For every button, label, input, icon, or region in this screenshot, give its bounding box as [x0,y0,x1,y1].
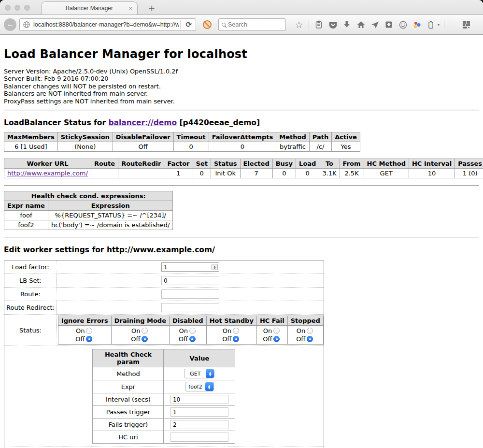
select-arrows-icon: ▲▼ [206,369,214,378]
zoom-window-button[interactable] [24,5,30,11]
method-select[interactable]: GET ▲▼ [184,369,214,378]
tab-balancer-manager[interactable]: Balancer Manager × [41,1,138,14]
save-to-device-icon[interactable] [384,19,394,30]
col-draining-mode: Draining Mode [111,316,169,326]
chevron-down-icon[interactable]: ▾ [438,23,440,27]
back-button[interactable]: ← [4,18,16,31]
window-controls [5,5,30,11]
downloads-icon[interactable] [341,19,352,30]
lb-set-label: LB Set: [4,274,57,288]
divider [4,237,479,238]
tab-groups-icon[interactable] [461,19,471,30]
heading-prefix: LoadBalancer Status for [4,118,106,127]
expr-row: foof2 hc('body') =~ /domain is establish… [4,220,173,230]
col-disablefailover: DisableFailover [113,132,173,142]
route-redirect-input[interactable] [161,303,219,312]
interval-input[interactable] [170,395,228,404]
col-stopped: Stopped [287,316,323,326]
table-header-row: MaxMembers StickySession DisableFailover… [4,132,360,142]
col-expr-name: Expr name [4,201,48,211]
col-ignore-errors: Ignore Errors [58,316,111,326]
bookmark-star-icon[interactable]: ☆ [294,19,304,30]
reload-button[interactable]: ⟳ [182,20,196,29]
method-label: Method [93,367,164,380]
hc-fail-off-radio[interactable] [273,336,280,342]
col-maxmembers: MaxMembers [4,132,58,142]
form-row-status: Status: Ignore Errors Draining Mode Disa… [4,315,324,346]
balancer-status-heading: LoadBalancer Status for balancer://demo … [4,118,479,127]
stopped-off-radio[interactable] [307,336,313,342]
load-factor-input[interactable] [161,262,219,272]
tab-title: Balancer Manager [66,5,113,12]
globe-icon [23,21,30,29]
form-row-route-redirect: Route Redirect: [4,301,324,315]
reading-list-icon[interactable] [313,19,324,30]
hc-expressions-title: Health check cond. expressions: [4,191,173,201]
form-row-route: Route: [4,288,324,301]
page-content: Load Balancer Manager for localhost Serv… [0,35,483,448]
route-input[interactable] [161,289,219,299]
disabled-off-radio[interactable] [189,336,196,342]
close-window-button[interactable] [5,5,11,11]
battery-icon[interactable] [426,19,436,30]
hot-standby-off-radio[interactable] [233,336,239,342]
toolbar-icons: ☆ [294,19,471,30]
col-value: Value [164,349,235,367]
colored-dots-extension-icon[interactable] [412,19,422,30]
select-arrows-icon: ▲▼ [205,382,213,391]
number-stepper[interactable]: ▲▼ [212,264,218,270]
page-title: Load Balancer Manager for localhost [4,35,479,61]
hc-uri-label: HC uri [93,431,164,444]
send-icon[interactable] [369,19,380,30]
server-info: Server Version: Apache/2.5.0-dev (Unix) … [4,68,479,105]
search-input[interactable] [228,21,276,28]
worker-url-link[interactable]: http://www.example.com/ [7,170,88,177]
url-bar[interactable]: ⟳ [19,18,196,31]
passes-trigger-input[interactable] [170,407,228,417]
divider [4,110,479,111]
form-row-load-factor: Load factor: ▲▼ [4,260,324,274]
minimize-window-button[interactable] [14,5,20,11]
server-version-line: Server Version: Apache/2.5.0-dev (Unix) … [4,68,479,75]
status-label: Status: [4,315,57,346]
fails-trigger-label: Fails trigger) [93,419,164,431]
fails-trigger-input[interactable] [170,420,228,429]
home-icon[interactable] [355,19,366,30]
feedback-smiley-icon[interactable] [398,19,408,30]
menu-icon[interactable] [449,19,457,30]
passes-trigger-label: Passes trigger [93,406,164,419]
expr-row: foof %{REQUEST_STATUS} =~ /^[234]/ [4,211,173,220]
draining-mode-on-radio[interactable] [142,328,148,334]
hc-expressions-table: Health check cond. expressions: Expr nam… [4,191,173,230]
stopped-on-radio[interactable] [307,328,313,334]
persist-note-line: Balancer changes will NOT be persisted o… [4,83,479,90]
disabled-on-radio[interactable] [189,328,196,334]
content-blocked-icon[interactable] [203,20,212,29]
col-path: Path [309,132,331,142]
toolbar-divider-2 [444,20,444,29]
load-factor-label: Load factor: [4,260,57,274]
hc-uri-input[interactable] [170,433,228,442]
interval-label: Interval (secs) [93,393,164,406]
ignore-errors-on-radio[interactable] [86,328,92,334]
url-divider [180,20,181,29]
toolbar-divider [309,20,309,29]
ignore-errors-off-radio[interactable] [86,336,92,342]
draining-mode-off-radio[interactable] [142,336,148,342]
pocket-icon[interactable] [327,19,338,30]
col-disabled: Disabled [169,316,206,326]
col-hot-standby: Hot Standby [206,316,256,326]
search-bar[interactable] [218,18,286,31]
balancer-demo-link[interactable]: balancer://demo [108,118,177,127]
lb-set-input[interactable] [161,276,219,285]
col-expression: Expression [48,201,173,211]
url-input[interactable] [33,21,179,28]
table-row: 6 [1 Used] (None) Off 0 0 bytraffic /c/ … [4,142,360,152]
hc-fail-on-radio[interactable] [273,328,280,334]
new-tab-button[interactable]: + [145,3,158,14]
hot-standby-on-radio[interactable] [233,328,239,334]
expr-label: Expr [93,380,164,393]
tab-close-icon[interactable]: × [128,5,132,12]
expr-select[interactable]: foof2 ▲▼ [185,382,213,391]
search-icon [222,23,226,27]
